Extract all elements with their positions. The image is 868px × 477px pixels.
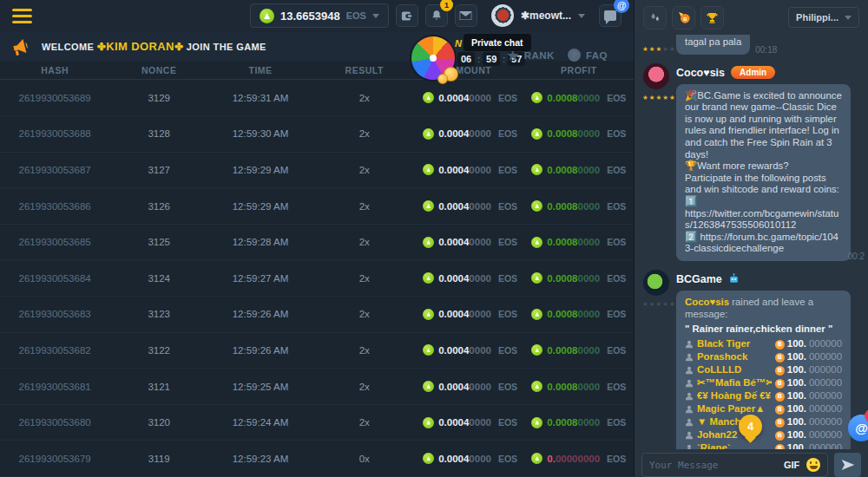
- decor-icon: ✤: [97, 41, 106, 53]
- table-row[interactable]: 2619930053679 3119 12:59:23 AM 0x 0.0004…: [0, 441, 634, 477]
- table-row[interactable]: 2619930053688 3128 12:59:30 AM 2x 0.0004…: [0, 116, 634, 153]
- user-avatar[interactable]: [491, 4, 514, 27]
- person-icon: [685, 405, 694, 414]
- prize-wheel[interactable]: [411, 36, 455, 80]
- cell-result: 2x: [312, 201, 417, 212]
- recipient-name[interactable]: CoLLLLD: [697, 364, 772, 376]
- coin-icon: B: [775, 392, 785, 402]
- table-row[interactable]: 2619930053685 3125 12:59:28 AM 2x 0.0004…: [0, 225, 634, 261]
- fireball-icon: B: [677, 10, 691, 24]
- coin-icon: B: [775, 379, 785, 389]
- gif-button[interactable]: GIF: [784, 460, 799, 470]
- recipient-name[interactable]: ✂™Mafia Bé™✂: [697, 377, 772, 389]
- contest-button[interactable]: [700, 6, 724, 29]
- mail-button[interactable]: [455, 4, 477, 27]
- top-bar: 13.6653948 EOS 1: [0, 0, 634, 32]
- message-time: 00:2: [848, 252, 865, 261]
- cell-nonce: 3129: [109, 93, 208, 103]
- cell-nonce: 3121: [109, 382, 208, 392]
- hamburger-menu-icon[interactable]: [12, 9, 32, 23]
- recipient-name[interactable]: Black Tiger: [697, 338, 772, 350]
- coin-icon: B: [775, 353, 785, 363]
- person-icon: [685, 340, 694, 349]
- main-panel: 13.6653948 EOS 1: [0, 0, 634, 477]
- balance-currency: EOS: [346, 10, 366, 21]
- message-author[interactable]: Coco♥sis: [676, 67, 725, 79]
- recipient-amount: 100.: [787, 390, 806, 402]
- eos-coin-icon: [531, 164, 542, 175]
- mention-button[interactable]: @ 1: [848, 415, 868, 441]
- notifications-button[interactable]: 1: [425, 4, 448, 27]
- notification-badge: 1: [440, 0, 453, 11]
- private-chat-tooltip: Private chat: [464, 34, 531, 51]
- cell-time: 12:59:30 AM: [208, 128, 312, 139]
- avatar[interactable]: [643, 270, 669, 296]
- cell-time: 12:59:27 AM: [208, 273, 312, 284]
- cell-profit: 0.00080000 EOS: [524, 381, 634, 392]
- cell-result: 0x: [312, 454, 417, 464]
- rain-recipient-row: `Riane` B 100.000000: [685, 442, 842, 449]
- person-icon: [685, 431, 694, 440]
- scroll-down-badge[interactable]: 4: [739, 415, 762, 438]
- message-input[interactable]: [649, 460, 777, 471]
- eos-coin-icon: [531, 272, 542, 284]
- cell-nonce: 3128: [109, 128, 208, 139]
- announcement-text: 🎉BC.Game is excited to announce our bran…: [676, 84, 851, 261]
- chat-language-select[interactable]: Philippi...: [788, 7, 859, 28]
- coin-icon: B: [775, 366, 785, 376]
- timer-minutes: 59: [483, 52, 500, 66]
- cell-amount: 0.00040000 EOS: [417, 381, 524, 392]
- rain-recipient-row: Black Tiger B 100.000000: [685, 338, 842, 351]
- chat-toggle-button[interactable]: @: [599, 4, 621, 27]
- cell-amount: 0.00040000 EOS: [417, 309, 524, 320]
- cell-result: 2x: [312, 382, 417, 392]
- chevron-down-icon[interactable]: [578, 14, 585, 18]
- table-row[interactable]: 2619930053684 3124 12:59:27 AM 2x 0.0004…: [0, 260, 634, 297]
- eos-coin-icon: [531, 237, 542, 248]
- header-hash: HASH: [0, 65, 109, 75]
- eos-coin-icon: [423, 381, 434, 392]
- table-row[interactable]: 2619930053686 3126 12:59:29 AM 2x 0.0004…: [0, 188, 634, 225]
- recipient-name[interactable]: Porashock: [697, 351, 772, 363]
- balance-selector[interactable]: 13.6653948 EOS: [250, 3, 389, 28]
- cell-result: 2x: [312, 309, 417, 319]
- timer-hours: 06: [457, 52, 475, 66]
- rain-bubble: Coco♥sis rained and leave a message: " R…: [676, 291, 851, 449]
- recipient-name[interactable]: €¥ Hoàng Đế €¥: [697, 390, 772, 402]
- message-author[interactable]: BCGame: [676, 273, 722, 285]
- faq-button[interactable]: ? FAQ: [568, 49, 608, 62]
- wallet-button[interactable]: [396, 4, 418, 27]
- coin-icon: B: [775, 444, 785, 449]
- rain-recipient-row: CoLLLLD B 100.000000: [685, 364, 842, 377]
- person-icon: [685, 366, 694, 375]
- table-row[interactable]: 2619930053689 3129 12:59:31 AM 2x 0.0004…: [0, 80, 634, 116]
- rain-recipient-row: Magic Paper▲ B 100.000000: [685, 403, 842, 416]
- question-icon: ?: [568, 49, 581, 62]
- rain-recipient-row: €¥ Hoàng Đế €¥ B 100.000000: [685, 390, 842, 403]
- cell-time: 12:59:26 AM: [208, 309, 312, 319]
- cell-nonce: 3123: [109, 309, 208, 319]
- trophy-icon: [706, 11, 719, 24]
- send-button[interactable]: [834, 453, 861, 477]
- table-row[interactable]: 2619930053680 3120 12:59:24 AM 2x 0.0004…: [0, 405, 634, 441]
- avatar[interactable]: [643, 63, 669, 89]
- table-row[interactable]: 2619930053682 3122 12:59:26 AM 2x 0.0004…: [0, 333, 634, 369]
- cell-amount: 0.00040000 EOS: [417, 128, 524, 140]
- cell-time: 12:59:23 AM: [208, 454, 312, 464]
- rain-recipients: Black Tiger B 100.000000 Porashock B 100…: [685, 338, 842, 449]
- eos-coin-icon: [531, 128, 542, 140]
- person-icon: [685, 392, 694, 401]
- eos-coin-icon: [260, 9, 274, 23]
- recipient-name[interactable]: Magic Paper▲: [697, 403, 772, 415]
- welcome-message: WELCOME ✤KIM DORAN✤ JOIN THE GAME: [42, 40, 266, 53]
- recipient-amount: 100.: [787, 403, 806, 415]
- table-row[interactable]: 2619930053681 3121 12:59:25 AM 2x 0.0004…: [0, 369, 634, 405]
- emoji-icon[interactable]: [806, 458, 820, 472]
- table-row[interactable]: 2619930053687 3127 12:59:29 AM 2x 0.0004…: [0, 153, 634, 189]
- username-label[interactable]: ✱meowt...: [521, 10, 571, 22]
- fireball-button[interactable]: B: [672, 6, 695, 29]
- rain-button[interactable]: [643, 6, 667, 29]
- recipient-name[interactable]: `Riane`: [697, 442, 772, 449]
- table-row[interactable]: 2619930053683 3123 12:59:26 AM 2x 0.0004…: [0, 297, 634, 333]
- eos-coin-icon: [423, 417, 434, 428]
